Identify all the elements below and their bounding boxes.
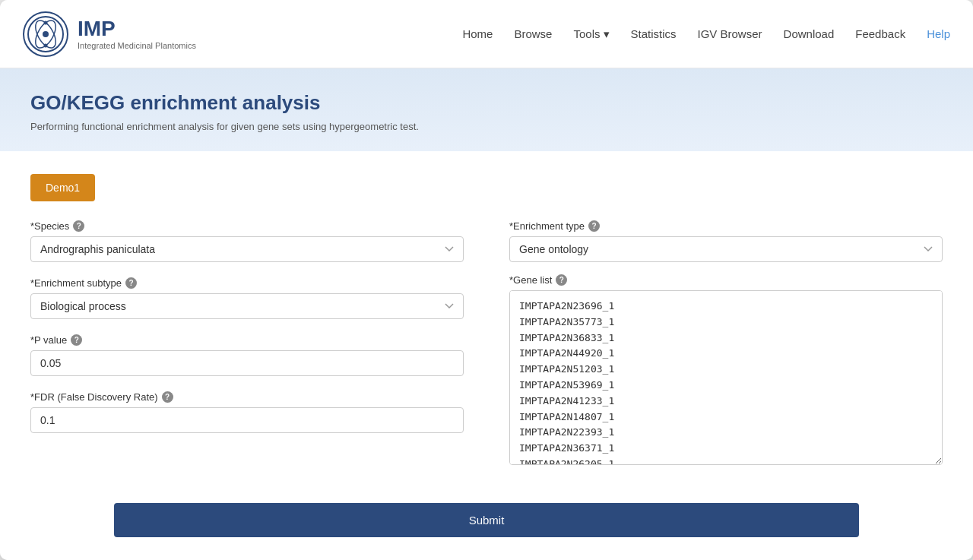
nav-browse[interactable]: Browse bbox=[514, 27, 552, 40]
form-left: *Species ? Andrographis paniculata *Enri… bbox=[30, 220, 464, 465]
gene-list-textarea[interactable] bbox=[509, 290, 943, 465]
logo-text: IMP Integrated Medicinal Plantomics bbox=[78, 18, 196, 50]
logo-area: IMP Integrated Medicinal Plantomics bbox=[23, 11, 196, 57]
demo1-button[interactable]: Demo1 bbox=[30, 174, 95, 201]
enrichment-subtype-group: *Enrichment subtype ? Biological process bbox=[30, 277, 464, 319]
form-right: *Enrichment type ? Gene ontology *Gene l… bbox=[509, 220, 943, 465]
main-content: Demo1 *Species ? Andrographis paniculata… bbox=[0, 151, 973, 488]
form-grid: *Species ? Andrographis paniculata *Enri… bbox=[30, 220, 943, 465]
nav-help[interactable]: Help bbox=[927, 27, 950, 40]
p-value-group: *P value ? bbox=[30, 334, 464, 376]
page-subtitle: Performing functional enrichment analysi… bbox=[30, 121, 943, 132]
enrichment-subtype-info-icon[interactable]: ? bbox=[125, 277, 137, 289]
logo-title: IMP bbox=[78, 18, 196, 40]
enrichment-type-select[interactable]: Gene ontology bbox=[509, 236, 943, 262]
submit-button[interactable]: Submit bbox=[114, 503, 859, 537]
logo-icon bbox=[23, 11, 68, 57]
nav-feedback[interactable]: Feedback bbox=[855, 27, 905, 40]
nav-links: Home Browse Tools ▾ Statistics IGV Brows… bbox=[462, 27, 950, 41]
page-title: GO/KEGG enrichment analysis bbox=[30, 91, 943, 115]
fdr-group: *FDR (False Discovery Rate) ? bbox=[30, 391, 464, 433]
gene-list-info-icon[interactable]: ? bbox=[556, 274, 567, 286]
p-value-info-icon[interactable]: ? bbox=[71, 334, 82, 346]
nav-statistics[interactable]: Statistics bbox=[631, 27, 677, 40]
nav-tools[interactable]: Tools ▾ bbox=[573, 27, 609, 41]
gene-list-label: *Gene list ? bbox=[509, 274, 943, 286]
hero-section: GO/KEGG enrichment analysis Performing f… bbox=[0, 68, 973, 151]
species-label: *Species ? bbox=[30, 220, 464, 232]
chevron-down-icon: ▾ bbox=[604, 27, 610, 41]
gene-list-group: *Gene list ? bbox=[509, 274, 943, 465]
nav-igv[interactable]: IGV Browser bbox=[698, 27, 762, 40]
enrichment-type-label: *Enrichment type ? bbox=[509, 220, 943, 232]
logo-subtitle: Integrated Medicinal Plantomics bbox=[78, 41, 196, 50]
p-value-label: *P value ? bbox=[30, 334, 464, 346]
footer: Submit bbox=[0, 488, 973, 560]
fdr-info-icon[interactable]: ? bbox=[162, 391, 173, 403]
enrichment-subtype-select[interactable]: Biological process bbox=[30, 293, 464, 319]
svg-point-5 bbox=[44, 43, 48, 47]
enrichment-type-info-icon[interactable]: ? bbox=[588, 220, 600, 232]
species-info-icon[interactable]: ? bbox=[73, 220, 84, 232]
enrichment-type-group: *Enrichment type ? Gene ontology bbox=[509, 220, 943, 262]
enrichment-subtype-label: *Enrichment subtype ? bbox=[30, 277, 464, 289]
species-select[interactable]: Andrographis paniculata bbox=[30, 236, 464, 262]
nav-download[interactable]: Download bbox=[784, 27, 835, 40]
p-value-input[interactable] bbox=[30, 350, 464, 376]
fdr-label: *FDR (False Discovery Rate) ? bbox=[30, 391, 464, 403]
navbar: IMP Integrated Medicinal Plantomics Home… bbox=[0, 0, 973, 68]
svg-point-3 bbox=[43, 31, 49, 37]
species-group: *Species ? Andrographis paniculata bbox=[30, 220, 464, 262]
fdr-input[interactable] bbox=[30, 407, 464, 433]
nav-home[interactable]: Home bbox=[462, 27, 493, 40]
svg-point-4 bbox=[44, 21, 48, 24]
